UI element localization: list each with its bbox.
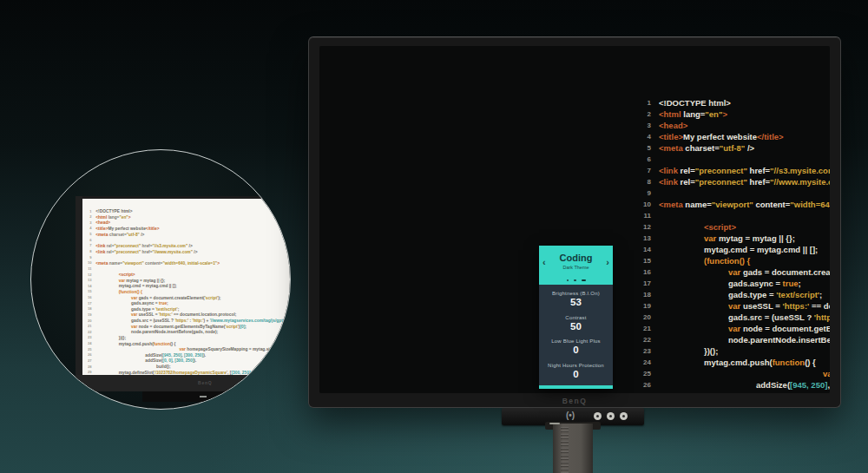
inset-brand-logo: BenQ: [198, 380, 213, 385]
code-line: 1<!DOCTYPE html>: [86, 208, 291, 214]
inset-monitor-bezel-left: [76, 196, 82, 389]
code-line: 20gads.src = (useSSL ? 'https:' : 'http:…: [640, 312, 830, 323]
hero-background: 1<!DOCTYPE html>2<html lang="en">3<head>…: [0, 0, 868, 473]
code-line: 21var node = document.getElementsByTagNa…: [640, 323, 830, 334]
code-line: 15(function() {: [640, 255, 830, 266]
brand-logo: BenQ: [309, 397, 840, 405]
stand-cable-texture: [561, 427, 569, 473]
code-line: 23})();: [86, 335, 291, 341]
code-line: 18gads.type = 'text/script';: [640, 289, 830, 300]
osd-setting-night-hours[interactable]: Night Hours Protection 0: [539, 362, 613, 380]
code-line: 5<meta charset="utf-8" />: [640, 142, 830, 154]
inset-sensor-strip: [142, 391, 264, 402]
code-line: 14mytag.cmd = mytag.cmd || [];: [640, 244, 830, 255]
osd-footer-bar: [539, 385, 613, 389]
code-line: 7<link rel="preconnect" href="//s3.mysit…: [86, 243, 291, 249]
osd-header: ‹ Coding Dark Theme ›: [539, 246, 613, 285]
indicator-icon: [594, 412, 602, 420]
osd-setting-value: 0: [541, 345, 611, 355]
code-editor-light: 1<!DOCTYPE html>2<html lang="en">3<head>…: [86, 208, 291, 375]
osd-setting-low-blue-light[interactable]: Low Blue Light Plus 0: [539, 338, 613, 356]
osd-mode-subtitle: Dark Theme: [539, 265, 613, 270]
code-line: 13var mytag = mytag || {};: [86, 278, 291, 284]
code-line: 8<link rel="preconnect" href="//www.mysi…: [86, 248, 291, 254]
code-line: 4<title>My perfect website</title>: [640, 131, 830, 142]
code-line: 24mytag.cmd.push(function() {: [640, 357, 830, 368]
chevron-left-icon[interactable]: ‹: [542, 256, 546, 268]
osd-page-dots: [539, 279, 613, 282]
osd-mode-title: Coding: [539, 246, 613, 263]
code-line: 13var mytag = mytag || {};: [640, 233, 830, 244]
code-line: 19var useSSL = 'https:' == document.loca…: [86, 312, 291, 318]
osd-setting-brightness[interactable]: Brightness (B.I.On) 53: [539, 290, 613, 308]
code-line: 26addSize([945, 250], [300, 250]).: [640, 379, 830, 391]
monitor-stand-column: [553, 424, 593, 473]
code-line: 17gads.async = true;: [640, 278, 830, 289]
code-line: 25var homepageSquarySizeMapping = mytag.…: [640, 368, 830, 379]
light-theme-inset-circle: 1<!DOCTYPE html>2<html lang="en">3<head>…: [30, 149, 291, 410]
code-line: 5<meta charset="utf-8" />: [86, 232, 291, 238]
code-line: 10<meta name="viewport" content="width=6…: [640, 199, 830, 210]
osd-body: Brightness (B.I.On) 53 Contrast 50 Low B…: [539, 285, 613, 385]
osd-setting-value: 53: [541, 297, 611, 307]
inset-monitor-bezel-bottom: [76, 375, 291, 391]
code-line: 4<title>My perfect website</title>: [86, 226, 291, 232]
code-line: 22node.parentNode.insertBefore(gads, nod…: [86, 329, 291, 335]
indicator-icon: [607, 412, 615, 420]
code-line: 27addSize([0, 0], [300, 250]).: [640, 391, 830, 393]
stand-highlight: [549, 423, 560, 424]
code-line: 23})();: [640, 345, 830, 357]
sensor-dash-icon: [200, 396, 207, 397]
code-line: 2<html lang="en">: [640, 108, 830, 120]
code-editor-dark: 1<!DOCTYPE html>2<html lang="en">3<head>…: [640, 97, 830, 393]
code-line: 16var gads = document.createElement('scr…: [640, 266, 830, 278]
code-line: 22node.parentNode.insertBefore(gads, nod…: [640, 334, 830, 345]
code-line: 6: [640, 154, 830, 165]
code-line: 11: [640, 210, 830, 221]
code-line: 3<head>: [640, 120, 830, 131]
code-line: 1<!DOCTYPE html>: [640, 97, 830, 108]
osd-setting-value: 0: [541, 369, 611, 379]
code-line: 2<html lang="en">: [86, 214, 291, 220]
code-line: 16var gads = document.createElement('scr…: [86, 294, 291, 300]
code-line: 19var useSSL = 'https:' == document.loca…: [640, 300, 830, 312]
indicator-dots-icon: [219, 395, 233, 397]
osd-setting-contrast[interactable]: Contrast 50: [539, 314, 613, 332]
code-line: 9: [640, 187, 830, 199]
osd-setting-label: Night Hours Protection: [541, 363, 611, 368]
osd-panel: ‹ Coding Dark Theme › Brightness (B.I.On…: [539, 246, 613, 389]
chevron-right-icon[interactable]: ›: [606, 256, 609, 268]
osd-setting-value: 50: [541, 321, 611, 332]
code-line: 17gads.async = true;: [86, 300, 291, 306]
osd-setting-label: Brightness (B.I.On): [541, 291, 611, 296]
code-line: 20gads.src = (useSSL ? 'https:' : 'http:…: [86, 318, 291, 324]
code-line: 7<link rel="preconnect" href="//s3.mysit…: [640, 165, 830, 176]
code-line: 12<script>: [640, 221, 830, 233]
code-line: 11: [86, 266, 291, 272]
code-line: 14mytag.cmd = mytag.cmd || [];: [86, 283, 291, 289]
indicator-icon: [620, 412, 628, 420]
code-line: 26addSize([945, 250], [300, 250]).: [86, 352, 291, 358]
osd-setting-label: Low Blue Light Plus: [541, 338, 611, 344]
brightness-sensor-icon: (•): [566, 411, 575, 420]
osd-setting-label: Contrast: [541, 315, 611, 320]
code-line: 25var homepageSquarySizeMapping = mytag.…: [86, 346, 291, 352]
code-line: 27addSize([0, 0], [300, 250]).: [86, 358, 291, 364]
code-line: 10<meta name="viewport" content="width=6…: [86, 260, 291, 266]
code-line: 8<link rel="preconnect" href="//www.mysi…: [640, 176, 830, 187]
